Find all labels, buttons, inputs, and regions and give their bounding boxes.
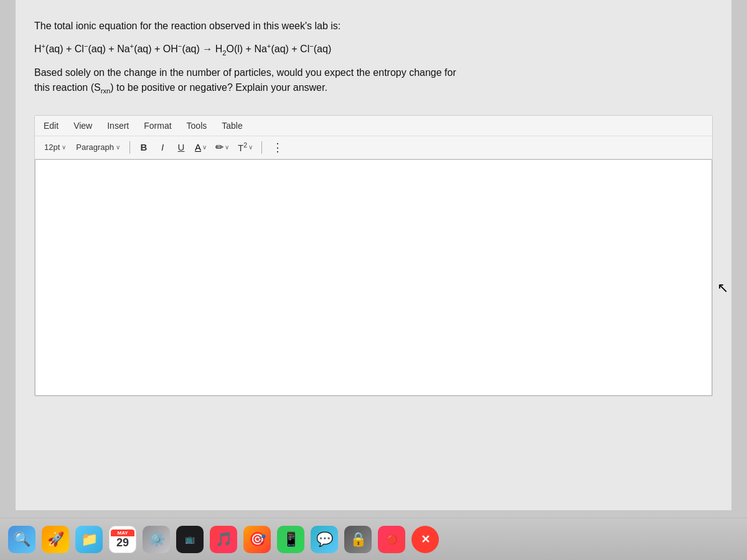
highlight-button[interactable]: ✏ ∨ xyxy=(213,140,232,154)
dock-item-tv[interactable]: 📺 xyxy=(174,524,205,555)
editor-text-area[interactable] xyxy=(35,159,712,396)
dock-item-app1[interactable]: 📱 xyxy=(275,524,306,555)
dock-item-app3[interactable]: 🔒 xyxy=(342,524,374,555)
paragraph-select[interactable]: Paragraph ∨ xyxy=(73,141,123,153)
dock-item-finder[interactable]: 🔍 xyxy=(6,524,37,555)
paragraph-chevron: ∨ xyxy=(116,144,120,151)
dock-item-preferences[interactable]: ⚙️ xyxy=(141,524,172,555)
menu-table[interactable]: Table xyxy=(219,119,245,132)
font-size-label: 12pt xyxy=(44,142,60,152)
equation-display: H+(aq) + Cl−(aq) + Na+(aq) + OH−(aq) → H… xyxy=(34,42,713,57)
editor-container: Edit View Insert Format Tools Table 12pt… xyxy=(34,115,713,396)
highlight-chevron: ∨ xyxy=(225,144,229,151)
toolbar-divider-1 xyxy=(129,141,130,154)
dock-item-target[interactable]: 🎯 xyxy=(242,524,273,555)
dock-item-calendar[interactable]: MAY 29 xyxy=(107,524,138,555)
menu-edit[interactable]: Edit xyxy=(41,119,61,132)
font-color-label: A xyxy=(195,142,201,152)
paragraph-label: Paragraph xyxy=(76,142,114,152)
dock: 🔍 🚀 📁 MAY 29 ⚙️ 📺 🎵 xyxy=(0,518,747,560)
music-icon: 🎵 xyxy=(215,531,232,548)
question-text-1: The total ionic equation for the reactio… xyxy=(34,19,713,34)
toolbar-divider-2 xyxy=(261,141,262,154)
font-size-chevron: ∨ xyxy=(62,144,66,151)
app3-icon: 🔒 xyxy=(350,531,367,548)
dock-item-folder[interactable]: 📁 xyxy=(73,524,105,555)
dock-item-app2[interactable]: 💬 xyxy=(309,524,340,555)
editor-menu-bar: Edit View Insert Format Tools Table xyxy=(35,116,712,136)
underline-button[interactable]: U xyxy=(174,141,189,154)
close-icon: ✕ xyxy=(421,533,430,546)
calendar-day: 29 xyxy=(116,536,129,549)
finder-icon: 🔍 xyxy=(14,531,31,548)
dock-item-launchpad[interactable]: 🚀 xyxy=(40,524,71,555)
superscript-label: T2 xyxy=(238,141,247,153)
menu-format[interactable]: Format xyxy=(141,119,174,132)
launchpad-icon: 🚀 xyxy=(47,531,64,548)
tv-icon: 📺 xyxy=(185,534,195,544)
target-icon: 🎯 xyxy=(249,531,266,548)
menu-view[interactable]: View xyxy=(71,119,95,132)
dock-item-close[interactable]: ✕ xyxy=(410,524,441,555)
app1-icon: 📱 xyxy=(283,531,299,548)
dock-item-music[interactable]: 🎵 xyxy=(208,524,239,555)
dock-item-app4[interactable]: 🔴 xyxy=(376,524,407,555)
app4-icon: 🔴 xyxy=(387,534,397,544)
preferences-icon: ⚙️ xyxy=(148,531,165,548)
font-color-button[interactable]: A ∨ xyxy=(192,141,209,154)
menu-insert[interactable]: Insert xyxy=(105,119,131,132)
menu-tools[interactable]: Tools xyxy=(184,119,210,132)
question-text-2: Based solely on the change in the number… xyxy=(34,65,713,96)
folder-icon: 📁 xyxy=(81,531,98,548)
font-color-chevron: ∨ xyxy=(202,144,207,151)
bold-button[interactable]: B xyxy=(136,141,151,154)
highlight-icon: ✏ xyxy=(215,141,223,153)
more-options-button[interactable]: ⋮ xyxy=(268,139,288,156)
superscript-button[interactable]: T2 ∨ xyxy=(235,140,255,154)
font-size-select[interactable]: 12pt ∨ xyxy=(41,141,69,153)
calendar-month: MAY xyxy=(111,530,134,536)
italic-button[interactable]: I xyxy=(155,141,170,154)
editor-toolbar: 12pt ∨ Paragraph ∨ B I U A ∨ ✏ xyxy=(35,136,712,159)
app2-icon: 💬 xyxy=(316,531,333,548)
superscript-chevron: ∨ xyxy=(248,144,253,151)
